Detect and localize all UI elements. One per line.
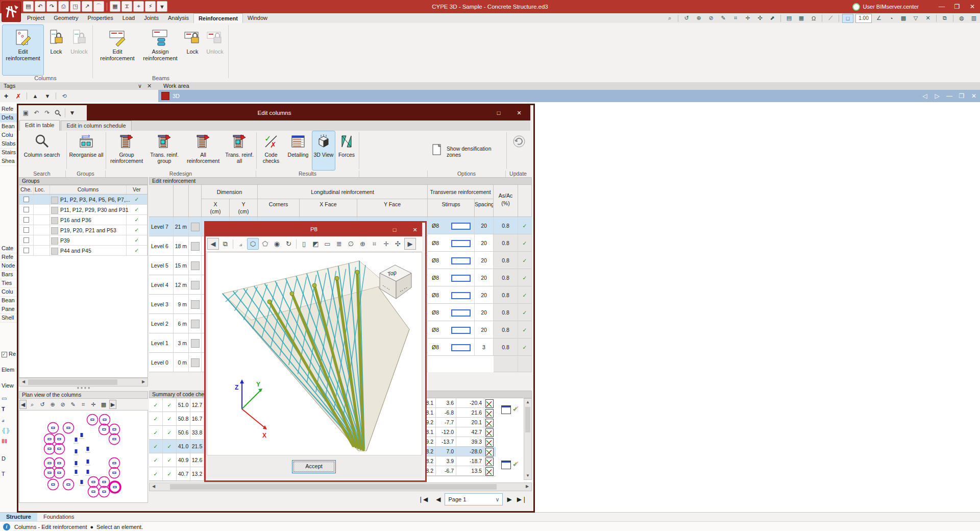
page-select[interactable]: Page 1 ∨	[445, 493, 503, 505]
stirrup-row[interactable]: Ø8200.8✓	[428, 321, 532, 339]
all-reinforcement-button[interactable]: All reinforcement	[183, 131, 224, 171]
spin-icon[interactable]: ↻	[283, 238, 294, 249]
tools-icon[interactable]: ✕	[923, 14, 933, 22]
wireframe-icon[interactable]: ⬠	[260, 238, 271, 249]
assign-reinforcement-button[interactable]: Assign reinforcement	[140, 25, 181, 76]
columns-red-icon[interactable]: ‖‖	[0, 437, 17, 446]
scroll-left-icon[interactable]: ◀	[150, 483, 157, 490]
sidebar-item[interactable]: Colu	[0, 131, 17, 140]
summary-right-row[interactable]: 8.13.6-20.4	[424, 398, 496, 408]
delete-tag-icon[interactable]: ✗	[13, 92, 23, 100]
groups-table-row[interactable]: P16 and P36✓	[19, 215, 148, 225]
search-icon[interactable]	[54, 109, 62, 117]
bottom-tab-structure[interactable]: Structure	[0, 513, 37, 522]
zoom-previous-icon[interactable]: ↺	[681, 14, 692, 22]
zoom-window-icon[interactable]: ⌗	[730, 14, 741, 22]
menu-tab-window[interactable]: Window	[243, 13, 272, 23]
grid-icon[interactable]: ▩	[99, 400, 108, 409]
stirrups-header[interactable]: Stirrups	[428, 199, 475, 217]
window-icon[interactable]: ▭	[322, 238, 333, 249]
check-toggle-icon[interactable]: ✓⟋	[512, 461, 523, 469]
grid-icon[interactable]: ▩	[898, 14, 909, 22]
transverse-header[interactable]: Transverse reinforcement	[428, 185, 494, 199]
sidebar-item[interactable]: Bean	[0, 122, 17, 131]
sidebar-item[interactable]: Ties	[0, 279, 17, 288]
label-icon[interactable]: ▭	[0, 394, 17, 403]
scroll-down-icon[interactable]: ▼	[524, 472, 531, 479]
groups-table-row[interactable]: P44 and P45✓	[19, 246, 148, 256]
code-checks-button[interactable]: ✓✗Code checks	[258, 131, 284, 171]
scale-icon[interactable]: ⊘	[706, 14, 716, 22]
menu-tab-geometry[interactable]: Geometry	[49, 13, 83, 23]
stirrup-row[interactable]: Ø8200.8✓	[428, 217, 532, 234]
window-layout-icon[interactable]: ⧉	[940, 14, 950, 22]
zoom-all-icon[interactable]: ⊕	[694, 14, 704, 22]
group-reinforcement-button[interactable]: Group reinforcement	[107, 131, 146, 171]
collapse-icon[interactable]: ◀	[19, 400, 27, 409]
level-options-button[interactable]	[191, 223, 200, 231]
pan-icon[interactable]: ✛	[89, 400, 98, 409]
table-h-scrollbar[interactable]: ◀ ▶	[149, 482, 532, 491]
trans-reinf-group-button[interactable]: Trans. reinf. group	[146, 131, 183, 171]
longitudinal-header[interactable]: Longitudinal reinforcement	[258, 185, 428, 199]
stirrup-row[interactable]: Ø8200.8✓	[428, 304, 532, 321]
stirrup-row[interactable]: Ø830.8✓	[428, 339, 532, 356]
more-icon[interactable]: ▶	[109, 400, 116, 409]
menu-tab-load[interactable]: Load	[118, 13, 139, 23]
bimserver-sync-icon[interactable]: ◍	[957, 14, 967, 22]
summary-right-row[interactable]: 9.2-13.739.3	[424, 437, 496, 447]
groups-table-row[interactable]: P1, P2, P3, P4, P5, P6, P7,...✓	[19, 195, 148, 205]
scroll-thumb[interactable]	[170, 484, 497, 490]
filter-icon[interactable]: ▽	[911, 14, 921, 22]
axes-icon[interactable]: ⟓	[235, 238, 246, 249]
sidebar-item[interactable]: Stairs	[0, 148, 17, 157]
tags-collapse-icon[interactable]: ∨	[138, 83, 142, 89]
selection-icon[interactable]: ⦃⦄	[0, 426, 17, 435]
summary-right-row[interactable]: 8.1-6.821.6	[424, 408, 496, 418]
3d-view-button[interactable]: 3D View	[312, 131, 335, 171]
update-button[interactable]	[508, 131, 530, 171]
dialog-close-button[interactable]: ✕	[514, 108, 524, 117]
x-cm-header[interactable]: X(cm)	[202, 199, 230, 217]
stirrup-row[interactable]: Ø8200.8✓	[428, 252, 532, 269]
level-options-button[interactable]	[191, 281, 200, 289]
level-options-button[interactable]	[191, 300, 200, 309]
section-box-icon[interactable]: ▯	[299, 238, 309, 249]
scroll-up-icon[interactable]: ▲	[524, 399, 531, 406]
reorganise-all-button[interactable]: Reorganise all	[68, 131, 105, 171]
stirrup-row[interactable]: Ø8200.8✓	[428, 286, 532, 304]
plan-canvas[interactable]	[19, 410, 148, 503]
sidebar-item[interactable]: Refe	[0, 253, 17, 262]
move-down-icon[interactable]: ▼	[42, 92, 53, 100]
new-window-icon[interactable]: ⬈	[767, 14, 777, 22]
sidebar-item[interactable]: Pane	[0, 305, 17, 314]
snap-icon[interactable]: Ω	[808, 14, 819, 22]
interaction-diagram-icon[interactable]	[485, 448, 494, 456]
stirrup-row[interactable]: Ø8200.8✓	[428, 234, 532, 252]
splitter-handle[interactable]: ● ● ● ●	[19, 387, 148, 391]
spacing-header[interactable]: Spacing	[475, 199, 494, 217]
interaction-diagram-icon[interactable]	[485, 399, 494, 408]
zoom-all-icon[interactable]: ⊕	[357, 238, 368, 249]
sidebar-item[interactable]: Cate	[0, 244, 17, 253]
groups-table-row[interactable]: P11, P12, P29, P30 and P31✓	[19, 205, 148, 215]
prev-icon[interactable]: ◀	[207, 238, 219, 250]
dialog-maximize-button[interactable]: □	[494, 108, 504, 117]
sidebar-item[interactable]: View	[0, 381, 17, 390]
p8-3d-canvas[interactable]: ZYXTop	[207, 252, 422, 455]
scroll-thumb[interactable]	[28, 379, 117, 385]
groups-table-row[interactable]: P39✓	[19, 235, 148, 246]
dialog-tab-edit-in-column-schedule[interactable]: Edit in column schedule	[61, 120, 131, 131]
shade-icon[interactable]: ◩	[310, 238, 321, 249]
maximize-button[interactable]: ❐	[949, 1, 965, 12]
corner-cell[interactable]	[189, 185, 202, 217]
detail-table-icon[interactable]	[501, 405, 511, 414]
interaction-diagram-icon[interactable]	[485, 428, 494, 437]
undo-icon[interactable]: ↶	[32, 109, 41, 117]
workarea-minimize-icon[interactable]: —	[943, 92, 955, 100]
ortho-icon[interactable]: ⟋	[825, 14, 836, 22]
user-account[interactable]: User BIMserver.center	[852, 0, 919, 13]
next-view-icon[interactable]: ▷	[931, 92, 943, 100]
next-page-icon[interactable]: ▶	[507, 496, 511, 503]
level-options-button[interactable]	[191, 242, 200, 251]
